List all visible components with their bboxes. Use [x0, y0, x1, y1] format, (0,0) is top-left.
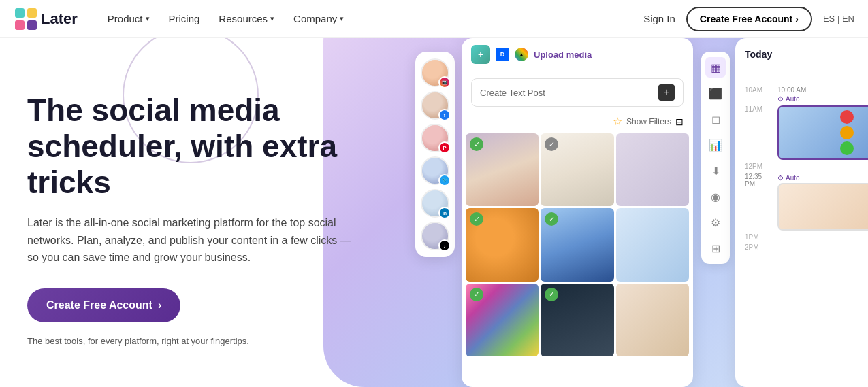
nav-icon-image[interactable]: ⬛: [705, 83, 726, 103]
time-slot-1235: 12:35 PM ⚙ Auto: [735, 171, 868, 232]
media-cell-3[interactable]: [616, 133, 689, 206]
today-label: Today: [745, 49, 772, 60]
nav-item-pricing[interactable]: Pricing: [161, 9, 208, 29]
twitter-account[interactable]: 🐦: [421, 156, 449, 185]
facebook-badge: f: [438, 109, 451, 121]
tiktok-badge: ♪: [438, 239, 451, 252]
pinterest-badge: P: [438, 141, 451, 154]
media-cell-7[interactable]: ✓: [466, 284, 539, 356]
logo-icon: [14, 7, 38, 31]
logo[interactable]: Later: [14, 7, 78, 31]
media-cell-5[interactable]: ✓: [541, 208, 613, 281]
pinterest-account[interactable]: P: [421, 124, 449, 152]
instagram-badge: 📷: [438, 76, 451, 88]
selected-check: ✓: [545, 288, 558, 301]
media-panel-header: + D ▲ Upload media: [462, 38, 693, 71]
media-cell-9[interactable]: [616, 284, 689, 356]
chevron-down-icon: ▾: [146, 14, 150, 23]
hero-right-mockup: 📷 f P 🐦 in ♪: [408, 38, 868, 387]
linkedin-badge: in: [438, 207, 451, 219]
media-grid: ✓ ✓ ✓ ✓ ✓ ✓: [462, 133, 693, 360]
nav-item-resources[interactable]: Resources ▾: [210, 9, 283, 29]
chevron-down-icon: ▾: [340, 14, 344, 23]
nav-item-product[interactable]: Product ▾: [99, 9, 158, 29]
nav-links: Product ▾ Pricing Resources ▾ Company ▾: [99, 9, 643, 29]
facebook-account[interactable]: f: [421, 91, 449, 120]
create-text-post-row[interactable]: Create Text Post +: [471, 78, 684, 107]
selected-check: ✓: [470, 137, 483, 151]
create-free-account-nav-button[interactable]: Create Free Account ›: [686, 7, 812, 31]
star-icon[interactable]: ☆: [613, 115, 622, 128]
twitter-badge: 🐦: [438, 174, 451, 186]
nav-icon-settings2[interactable]: ⊞: [705, 238, 726, 258]
svg-rect-0: [15, 8, 25, 18]
social-accounts-sidebar: 📷 f P 🐦 in ♪: [415, 52, 455, 257]
create-free-account-hero-button[interactable]: Create Free Account ›: [27, 288, 180, 322]
auto-icon2: ⚙: [777, 174, 784, 182]
nav-icon-chat[interactable]: ◻: [705, 109, 726, 129]
left-icon-nav: ▦ ⬛ ◻ 📊 ⬇ ◉ ⚙ ⊞: [701, 52, 730, 264]
time-slot-11am: 11AM: [735, 104, 868, 161]
nav-icon-gear[interactable]: ⚙: [705, 212, 726, 233]
auto-icon: ⚙: [777, 95, 784, 103]
nav-icon-download[interactable]: ⬇: [705, 161, 726, 181]
hero-section: The social media scheduler, with extra t…: [0, 0, 868, 387]
hero-subtext: Later is the all-in-one social marketing…: [27, 214, 354, 267]
filters-row: ☆ Show Filters ⊟: [462, 112, 693, 133]
svg-rect-2: [15, 20, 25, 30]
svg-rect-3: [27, 20, 37, 30]
media-cell-8[interactable]: ✓: [541, 284, 613, 356]
calendar-panel: Today ‹ › 28 MON 10AM 10:00 AM ⚙ Auto: [735, 38, 868, 387]
selected-check: ✓: [545, 212, 558, 226]
time-slot-10am: 10AM 10:00 AM ⚙ Auto: [735, 85, 868, 104]
create-text-post-label: Create Text Post: [480, 88, 658, 98]
calendar-header: Today ‹ ›: [735, 38, 868, 71]
add-post-button[interactable]: +: [658, 84, 675, 101]
calendar-post-image-1[interactable]: [777, 105, 868, 160]
svg-rect-1: [27, 8, 37, 18]
time-slot-12pm: 12PM: [735, 161, 868, 171]
media-cell-6[interactable]: [616, 208, 689, 281]
media-library-panel: + D ▲ Upload media Create Text Post + ☆ …: [462, 38, 693, 387]
arrow-icon: ›: [795, 14, 799, 24]
hero-heading: The social media scheduler, with extra t…: [27, 92, 381, 201]
filter-icon[interactable]: ⊟: [675, 116, 684, 127]
later-plus-icon: +: [471, 45, 490, 64]
time-slot-1pm: 1PM: [735, 232, 868, 242]
sign-in-link[interactable]: Sign In: [643, 13, 675, 24]
navigation: Later Product ▾ Pricing Resources ▾ Comp…: [0, 0, 868, 38]
selected-check: ✓: [545, 137, 558, 151]
media-cell-1[interactable]: ✓: [466, 133, 539, 206]
logo-text: Later: [41, 10, 78, 28]
arrow-icon: ›: [158, 299, 161, 312]
media-cell-4[interactable]: ✓: [466, 208, 539, 281]
language-switch[interactable]: ES | EN: [823, 14, 854, 24]
hero-footnote: The best tools, for every platform, righ…: [27, 336, 381, 346]
calendar-post-image-2[interactable]: [777, 183, 868, 231]
nav-icon-calendar[interactable]: ▦: [705, 57, 726, 78]
selected-check: ✓: [470, 288, 483, 301]
selected-check: ✓: [470, 212, 483, 226]
show-filters-label[interactable]: Show Filters: [626, 117, 671, 127]
linkedin-account[interactable]: in: [421, 189, 449, 218]
nav-icon-chart[interactable]: 📊: [705, 135, 726, 155]
nav-icon-eye[interactable]: ◉: [705, 186, 726, 207]
google-drive-icon[interactable]: ▲: [515, 48, 528, 61]
instagram-account[interactable]: 📷: [421, 58, 449, 87]
media-cell-2[interactable]: ✓: [541, 133, 613, 206]
chevron-down-icon: ▾: [270, 14, 274, 23]
nav-right: Sign In Create Free Account › ES | EN: [643, 7, 854, 31]
tiktok-account[interactable]: ♪: [421, 222, 449, 250]
hero-left: The social media scheduler, with extra t…: [0, 38, 408, 387]
dropbox-icon[interactable]: D: [496, 48, 509, 61]
time-slot-2pm: 2PM: [735, 242, 868, 252]
nav-item-company[interactable]: Company ▾: [285, 9, 352, 29]
upload-media-button[interactable]: Upload media: [534, 50, 592, 60]
